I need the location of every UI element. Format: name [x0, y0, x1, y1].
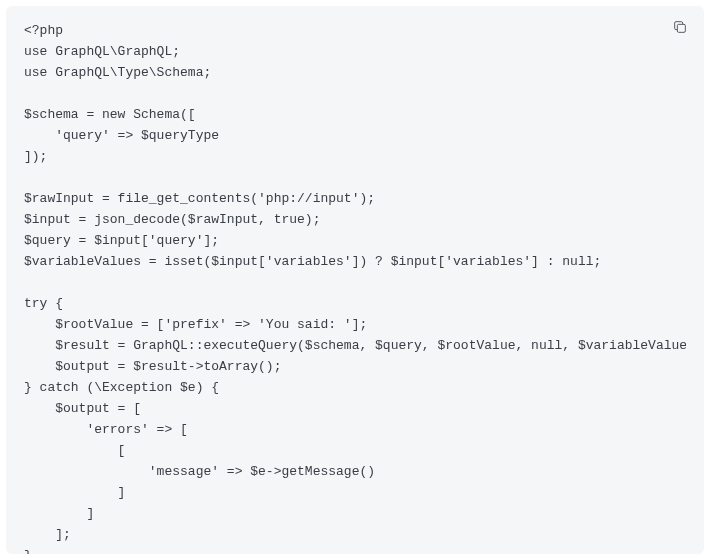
code-content: <?php use GraphQL\GraphQL; use GraphQL\T…: [24, 20, 686, 554]
svg-rect-0: [677, 24, 685, 32]
copy-button[interactable]: [670, 18, 690, 38]
copy-icon: [672, 19, 688, 38]
code-block: <?php use GraphQL\GraphQL; use GraphQL\T…: [6, 6, 704, 554]
